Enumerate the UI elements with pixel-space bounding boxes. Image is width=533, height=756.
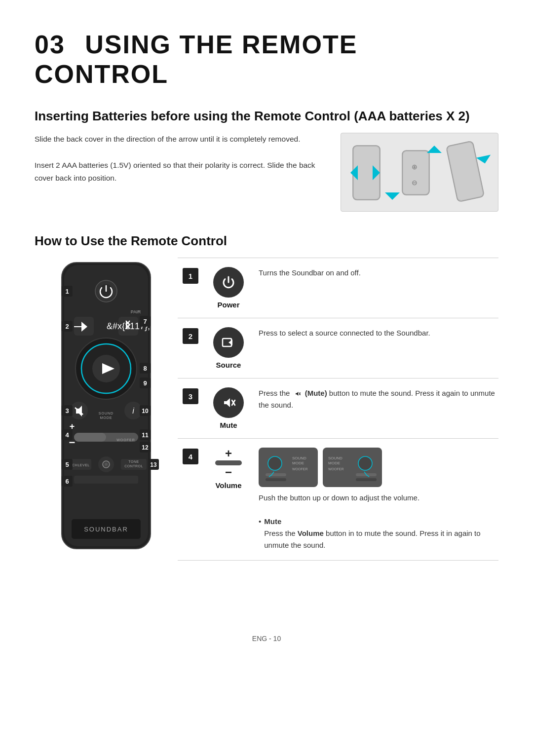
remote-illustration: SOUNDBAR 1 2 &#x{2117}; PAIR [35,258,178,605]
source-desc: Press to select a source connected to th… [259,327,498,339]
how-to-content: SOUNDBAR 1 2 &#x{2117}; PAIR [35,258,498,605]
control-row-power: 1 Power Turns the Soundbar on and off. [178,258,498,318]
volume-icon: + − [215,448,242,478]
svg-text:6: 6 [65,478,69,485]
svg-text:i: i [132,407,134,415]
page-title: 03 USING THE REMOTE CONTROL [35,30,498,89]
svg-rect-86 [266,478,286,481]
svg-rect-5 [403,151,428,194]
svg-point-65 [105,463,108,466]
mute-desc: Press the (Mute) button to mute the soun… [259,387,498,411]
svg-text:10: 10 [142,408,149,415]
svg-text:PAIR: PAIR [131,309,141,314]
svg-text:4: 4 [65,431,69,439]
ctrl-icon-mute: Mute [206,387,251,429]
volume-bar [215,460,242,465]
power-icon-circle [213,267,244,298]
control-row-source: 2 Source Press to select a source connec… [178,318,498,378]
mute-label: Mute [220,421,237,429]
svg-text:5: 5 [65,461,69,468]
svg-text:SOUND: SOUND [99,412,114,415]
remote-svg: SOUNDBAR 1 2 &#x{2117}; PAIR [35,258,178,603]
battery-text-2: Insert 2 AAA batteries (1.5V) oriented s… [35,159,321,185]
svg-marker-8 [385,192,400,200]
battery-section-heading: Inserting Batteries before using the Rem… [35,109,498,124]
control-row-volume: 4 + − Volume [178,439,498,561]
ctrl-icon-power: Power [206,267,251,309]
how-to-heading: How to Use the Remote Control [35,233,498,249]
svg-point-84 [268,456,282,470]
source-label: Source [216,361,241,369]
battery-illustration: ⊕ ⊖ [341,133,498,212]
svg-text:WOOFER: WOOFER [116,438,135,442]
svg-text:1: 1 [65,288,69,295]
svg-text:11: 11 [142,432,149,439]
svg-text:8: 8 [143,365,147,372]
svg-rect-93 [356,478,377,481]
page-footer: ENG - 10 [35,635,498,643]
svg-text:12: 12 [142,444,149,451]
ctrl-num-3: 3 [183,388,198,404]
ctrl-num-1: 1 [183,268,198,284]
ctrl-icon-source: Source [206,327,251,369]
svg-text:2: 2 [65,323,69,330]
ctrl-num-4: 4 [183,449,198,464]
battery-text: Slide the back cover in the direction of… [35,133,321,185]
power-label: Power [217,301,239,309]
svg-text:7: 7 [143,318,147,325]
svg-text:SOUND: SOUND [292,456,306,460]
mute-icon-circle [213,387,244,418]
svg-text:SOUNDBAR: SOUNDBAR [84,526,128,533]
control-row-mute: 3 Mute Press the (Mute) button to mute t… [178,378,498,439]
ctrl-icon-volume: + − Volume [206,448,251,490]
power-desc: Turns the Soundbar on and off. [259,267,498,279]
volume-desc-main: Push the button up or down to adjust the… [259,493,419,502]
battery-text-1: Slide the back cover in the direction of… [35,133,321,146]
ctrl-num-2: 2 [183,328,198,344]
svg-marker-78 [228,340,232,345]
svg-rect-51 [74,433,106,442]
volume-bullet-title: Mute [264,517,281,526]
svg-text:CHLEVEL: CHLEVEL [72,463,89,467]
controls-table: 1 Power Turns the Soundbar on and off. 2 [178,258,498,561]
volume-label: Volume [215,481,241,490]
svg-text:MODE: MODE [292,461,304,465]
svg-text:13: 13 [150,461,157,468]
volume-images: SOUND MODE WOOFER SOUND [259,448,498,487]
svg-text:MODE: MODE [328,461,340,465]
svg-text:TONE: TONE [128,460,139,463]
volume-img-2: SOUND MODE WOOFER [323,448,382,487]
svg-marker-12 [476,154,491,165]
svg-rect-85 [266,473,286,476]
svg-rect-73 [74,476,138,484]
svg-text:MODE: MODE [100,416,113,419]
volume-bullet: Mute Press the Volume button in to mute … [259,516,498,551]
volume-img-1: SOUND MODE WOOFER [259,448,318,487]
battery-section: Slide the back cover in the direction of… [35,133,498,212]
volume-desc: SOUND MODE WOOFER SOUND [259,448,498,551]
svg-point-91 [358,456,372,470]
svg-text:WOOFER: WOOFER [292,467,308,471]
source-icon-circle [213,327,244,358]
svg-text:3: 3 [65,407,69,415]
svg-text:9: 9 [143,379,147,387]
svg-text:WOOFER: WOOFER [328,467,344,471]
svg-marker-9 [427,146,442,153]
svg-text:⊖: ⊖ [412,179,418,187]
svg-rect-11 [447,142,483,201]
battery-svg: ⊕ ⊖ [348,136,491,209]
svg-text:CONTROL: CONTROL [124,464,143,468]
svg-text:⊕: ⊕ [412,163,418,171]
svg-text:SOUND: SOUND [328,456,343,460]
